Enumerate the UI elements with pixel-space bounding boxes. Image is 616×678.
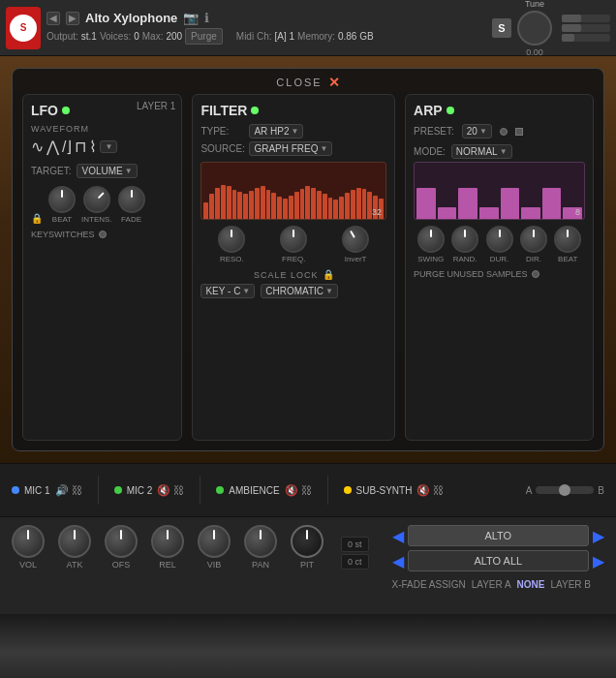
fade-knob-group: FADE — [118, 186, 145, 224]
rel-knob-col: REL — [151, 525, 184, 570]
invert-knob-group: InverT — [342, 226, 369, 263]
mic1-link-icon[interactable]: ⛓ — [72, 484, 82, 496]
swing-label: SWING — [417, 255, 444, 263]
source-dropdown[interactable]: GRAPH FREQ ▼ — [249, 141, 332, 156]
rel-label: REL — [159, 560, 176, 570]
ambience-group: AMBIENCE 🔇 ⛓ — [216, 484, 311, 497]
layer-a-left-arrow[interactable]: ◀ — [392, 527, 404, 545]
fade-knob[interactable] — [118, 186, 145, 213]
rand-knob[interactable] — [451, 226, 478, 253]
keyswitches-toggle[interactable] — [99, 231, 107, 238]
pit-knob[interactable] — [291, 525, 323, 558]
ambience-label: AMBIENCE — [229, 485, 279, 496]
camera-icon[interactable]: 📷 — [183, 11, 199, 25]
atk-knob[interactable] — [58, 525, 91, 558]
ambience-link-icon[interactable]: ⛓ — [301, 484, 312, 496]
ambience-mute-icon[interactable]: 🔇 — [285, 484, 298, 497]
wave-sawtooth: /⌋ — [62, 138, 72, 156]
arp-active-dot — [447, 107, 454, 114]
chromatic-dropdown[interactable]: CHROMATIC ▼ — [261, 284, 338, 298]
subsynth-link-icon[interactable]: ⛓ — [433, 484, 444, 496]
mic2-mute-icon[interactable]: 🔇 — [157, 484, 170, 497]
swing-knob-group: SWING — [417, 226, 445, 263]
close-bar: CLOSE ✕ — [13, 69, 603, 94]
intens-knob[interactable] — [77, 180, 116, 219]
mic1-speaker-icon[interactable]: 🔊 — [55, 484, 69, 497]
dur-knob[interactable] — [486, 226, 513, 253]
dir-knob[interactable] — [520, 226, 547, 253]
dir-knob-group: DIR. — [520, 226, 547, 263]
midi-info: Midi Ch: [A] 1 Memory: 0.86 GB — [236, 28, 374, 45]
slider-1[interactable] — [562, 15, 610, 22]
lfo-knobs-row: 🔒 BEAT INTENS. FADE — [31, 186, 173, 224]
wave-square: ⊓ — [75, 138, 86, 156]
logo-inner: S — [10, 15, 37, 42]
preset-folder-icon[interactable] — [515, 128, 523, 136]
dir-label: DIR. — [526, 255, 541, 263]
filter-graph[interactable]: 32 — [200, 162, 386, 220]
nav-right-arrow[interactable]: ▶ — [66, 12, 79, 25]
slider-2[interactable] — [562, 24, 610, 32]
arp-graph[interactable]: 8 — [414, 162, 585, 220]
vib-knob[interactable] — [198, 525, 231, 558]
pan-knob[interactable] — [244, 525, 277, 558]
beat-knob-group: BEAT — [48, 186, 76, 224]
nav-left-arrow[interactable]: ◀ — [46, 12, 60, 25]
purge-toggle[interactable] — [532, 270, 539, 278]
output-value[interactable]: st.1 — [81, 31, 97, 42]
key-dropdown[interactable]: KEY - C ▼ — [200, 284, 255, 298]
type-source-rows: TYPE: AR HP2 ▼ SOURCE: GRAPH FREQ ▼ — [200, 124, 386, 156]
type-dropdown[interactable]: AR HP2 ▼ — [249, 124, 303, 139]
xfade-handle[interactable] — [559, 484, 570, 496]
xfade-slider[interactable] — [536, 486, 594, 494]
preset-save-icon[interactable] — [500, 128, 508, 136]
filter-title: FILTER — [200, 103, 386, 118]
ofs-knob[interactable] — [105, 525, 138, 558]
mic2-link-icon[interactable]: ⛓ — [173, 484, 184, 496]
keyswitches-row: KEYSWITCHES — [31, 230, 173, 239]
mic-separator-1 — [98, 476, 99, 505]
tune-knob[interactable] — [517, 11, 552, 46]
pitch-ct-value: 0 ct — [341, 554, 369, 570]
layer-a-right-arrow[interactable]: ▶ — [593, 527, 604, 545]
info-icon[interactable]: ℹ — [204, 11, 209, 25]
vol-knob[interactable] — [12, 525, 45, 558]
slider-3[interactable] — [562, 34, 610, 42]
subsynth-mute-icon[interactable]: 🔇 — [416, 484, 430, 497]
arp-title: ARP — [414, 103, 585, 118]
overlay-panel: CLOSE ✕ LAYER 1 LFO WAVEFORM ∿ ⋀ /⌋ ⊓ ⌇ — [12, 68, 604, 451]
midi-value[interactable]: [A] 1 — [274, 31, 294, 42]
purge-button[interactable]: Purge — [185, 28, 223, 45]
invert-label: InverT — [345, 255, 367, 263]
swing-knob[interactable] — [417, 226, 445, 253]
mic2-icons: 🔇 ⛓ — [157, 484, 184, 497]
layer-b-button[interactable]: ALTO ALL — [408, 550, 589, 571]
mic-separator-2 — [200, 476, 200, 505]
filter-active-dot — [251, 107, 259, 114]
lock-icon[interactable]: 🔒 — [31, 213, 43, 224]
close-button[interactable]: ✕ — [328, 75, 340, 90]
rand-knob-group: RAND. — [451, 226, 478, 263]
freq-knob[interactable] — [280, 226, 307, 253]
none-label[interactable]: NONE — [517, 579, 545, 590]
scale-lock-icon[interactable]: 🔒 — [323, 269, 334, 280]
mode-dropdown[interactable]: NORMAL ▼ — [451, 144, 512, 159]
s-button[interactable]: S — [492, 18, 511, 38]
wave-triangle: ⋀ — [46, 138, 59, 156]
arp-beat-knob[interactable] — [554, 226, 581, 253]
layer-a-button[interactable]: ALTO — [408, 525, 589, 546]
preset-dropdown[interactable]: 20 ▼ — [462, 124, 492, 139]
close-label: CLOSE — [276, 77, 322, 88]
layer-b-right-arrow[interactable]: ▶ — [593, 552, 604, 570]
invert-knob[interactable] — [337, 221, 374, 258]
freq-label: FREQ. — [282, 255, 305, 263]
beat-knob[interactable] — [48, 186, 76, 213]
keyswitches-label: KEYSWITCHES — [31, 230, 95, 239]
layer-a-assign-label: LAYER A — [472, 579, 511, 590]
rel-knob[interactable] — [151, 525, 184, 558]
layer-b-left-arrow[interactable]: ◀ — [392, 552, 404, 570]
intens-knob-group: INTENS. — [81, 186, 112, 224]
waveform-dropdown[interactable]: ▼ — [100, 140, 117, 153]
reso-knob[interactable] — [218, 226, 245, 253]
target-dropdown[interactable]: VOLUME ▼ — [77, 164, 137, 178]
